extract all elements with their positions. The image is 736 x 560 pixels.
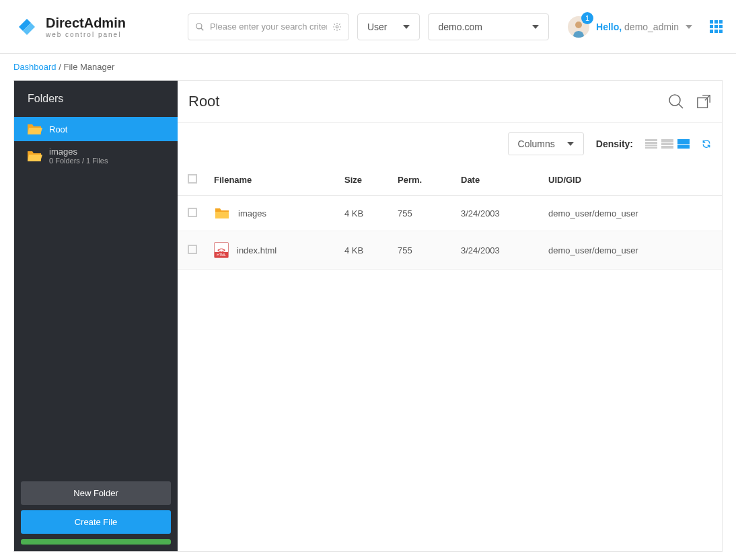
breadcrumb-current: File Manager (63, 62, 114, 72)
svg-marker-6 (532, 25, 539, 29)
breadcrumb-sep: / (57, 62, 64, 72)
density-label: Density: (596, 138, 633, 149)
user-level-label: User (367, 22, 388, 32)
col-date[interactable]: Date (454, 165, 542, 196)
file-size: 4 KB (338, 196, 391, 231)
file-perm: 755 (391, 196, 454, 231)
density-normal[interactable] (661, 139, 673, 149)
sidebar-title: Folders (14, 81, 178, 117)
svg-rect-14 (215, 212, 229, 218)
sidebar: Folders Root images 0 Folders / 1 Files (14, 81, 178, 551)
col-filename[interactable]: Filename (207, 165, 338, 196)
logo-text: DirectAdmin web control panel (46, 15, 126, 38)
breadcrumb: Dashboard / File Manager (0, 54, 736, 80)
logo-subtitle: web control panel (46, 31, 126, 38)
row-checkbox[interactable] (188, 208, 197, 217)
content-header: Root (178, 81, 722, 123)
apps-grid-icon[interactable] (710, 20, 723, 33)
file-date: 3/24/2003 (454, 196, 542, 231)
file-name: index.html (237, 245, 277, 255)
search-icon[interactable] (668, 93, 684, 110)
columns-label: Columns (518, 138, 555, 149)
sidebar-actions: New Folder Create File (14, 475, 178, 551)
user-menu[interactable]: 1 Hello, demo_admin (568, 16, 692, 38)
svg-marker-13 (567, 142, 574, 146)
search-box[interactable] (188, 13, 349, 40)
file-perm: 755 (391, 231, 454, 270)
sidebar-item-label: Root (49, 124, 67, 134)
domain-label: demo.com (438, 22, 482, 32)
folder-open-icon (26, 122, 42, 136)
gear-icon[interactable] (332, 22, 342, 32)
row-checkbox[interactable] (188, 245, 197, 254)
density-compact[interactable] (645, 139, 657, 149)
content-area: Root Columns Density: Fi (178, 81, 722, 551)
page-title: Root (188, 93, 219, 110)
search-icon (195, 22, 205, 32)
file-uidgid: demo_user/demo_user (542, 196, 722, 231)
logo-title: DirectAdmin (46, 15, 126, 31)
avatar: 1 (568, 16, 589, 38)
folder-icon (214, 206, 230, 220)
chevron-down-icon (532, 25, 539, 29)
columns-dropdown[interactable]: Columns (508, 132, 584, 155)
select-all-checkbox[interactable] (188, 174, 197, 184)
search-input[interactable] (210, 22, 327, 32)
file-uidgid: demo_user/demo_user (542, 231, 722, 270)
user-greeting: Hello, demo_admin (596, 22, 679, 32)
refresh-icon[interactable] (702, 139, 711, 149)
col-size[interactable]: Size (338, 165, 391, 196)
sidebar-item-sub: 0 Folders / 1 Files (49, 157, 108, 165)
upload-button-partial[interactable] (21, 539, 171, 545)
breadcrumb-root[interactable]: Dashboard (13, 62, 57, 72)
top-header: DirectAdmin web control panel User demo.… (0, 0, 736, 54)
svg-line-3 (201, 28, 204, 30)
density-comfortable[interactable] (677, 139, 690, 149)
sidebar-item-label: images (49, 147, 108, 157)
new-folder-button[interactable]: New Folder (21, 481, 171, 505)
main-panel: Folders Root images 0 Folders / 1 Files (13, 80, 723, 552)
col-uidgid[interactable]: UID/GID (542, 165, 722, 196)
svg-point-2 (196, 23, 202, 28)
user-level-dropdown[interactable]: User (357, 13, 420, 40)
table-row[interactable]: <> HTML index.html 4 KB 755 3/24/2003 de… (178, 231, 722, 270)
toolbar: Columns Density: (178, 123, 722, 165)
domain-dropdown[interactable]: demo.com (428, 13, 549, 40)
folder-tree: Root images 0 Folders / 1 Files (14, 117, 178, 475)
svg-marker-8 (686, 25, 692, 29)
file-size: 4 KB (338, 231, 391, 270)
svg-line-10 (679, 104, 683, 108)
file-date: 3/24/2003 (454, 231, 542, 270)
svg-marker-5 (403, 25, 410, 29)
sidebar-item-images[interactable]: images 0 Folders / 1 Files (14, 141, 178, 170)
logo[interactable]: DirectAdmin web control panel (13, 13, 126, 40)
file-name: images (238, 208, 266, 218)
folder-open-icon (26, 149, 42, 163)
chevron-down-icon (686, 25, 692, 29)
col-perm[interactable]: Perm. (391, 165, 454, 196)
svg-point-7 (575, 22, 582, 28)
density-options (645, 139, 690, 149)
logo-icon (13, 13, 40, 40)
notification-badge[interactable]: 1 (581, 12, 593, 24)
expand-icon[interactable] (696, 94, 711, 109)
sidebar-item-root[interactable]: Root (14, 117, 178, 141)
table-row[interactable]: images 4 KB 755 3/24/2003 demo_user/demo… (178, 196, 722, 231)
chevron-down-icon (567, 142, 574, 146)
create-file-button[interactable]: Create File (21, 510, 171, 534)
svg-point-4 (336, 26, 338, 28)
html-file-icon: <> HTML (214, 242, 229, 258)
chevron-down-icon (403, 25, 410, 29)
file-table: Filename Size Perm. Date UID/GID (178, 165, 722, 270)
svg-point-9 (669, 95, 680, 106)
